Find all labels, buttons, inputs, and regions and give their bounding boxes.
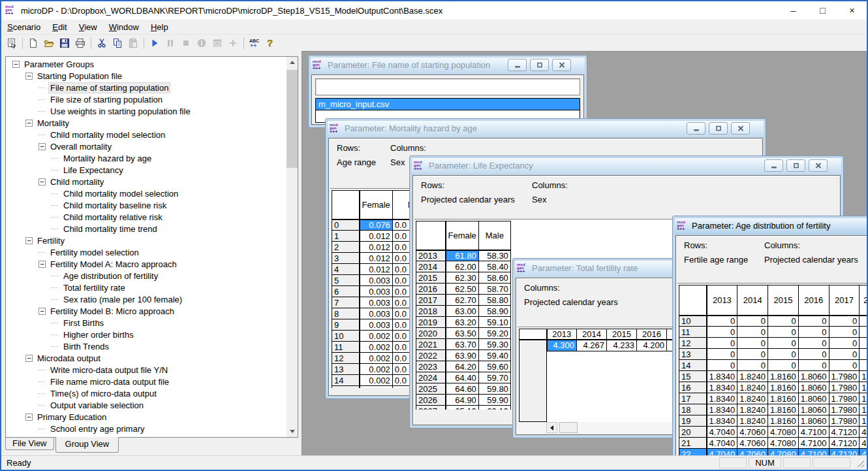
tree-item-label[interactable]: Write micro-data output file Y/N (48, 365, 170, 375)
tree-item-label[interactable]: File size of starting population (48, 95, 164, 105)
collapse-icon[interactable]: − (25, 73, 33, 80)
table-cell[interactable]: 1.8340 (707, 404, 737, 415)
table-cell[interactable]: 0.076 (360, 219, 393, 231)
row-header[interactable]: 2019 (416, 317, 446, 328)
row-header[interactable]: 10 (332, 331, 360, 342)
output-window-button[interactable] (209, 36, 225, 50)
row-header[interactable]: 2020 (416, 328, 446, 339)
tree-item[interactable]: Mortality hazard by age (6, 152, 287, 164)
collapse-icon[interactable]: − (39, 308, 46, 315)
file-name-edit[interactable] (315, 78, 580, 95)
table-cell[interactable]: 1.8060 (798, 382, 829, 393)
table-cell[interactable]: 59.30 (478, 339, 510, 350)
row-header[interactable]: 19 (679, 415, 707, 427)
tree-item-label[interactable]: Microdata output (35, 353, 102, 363)
print-button[interactable] (72, 36, 88, 50)
column-header[interactable]: 2016 (798, 285, 829, 316)
column-header[interactable]: 2014 (737, 285, 768, 316)
table-cell[interactable]: 1.8160 (768, 393, 799, 404)
table-cell[interactable]: 0 (768, 338, 799, 349)
tree-item-label[interactable]: Fertility Model B: Micro approach (48, 306, 176, 316)
tree-item-label[interactable]: Child mortality model selection (48, 130, 167, 140)
table-cell[interactable]: 62.00 (446, 261, 479, 272)
row-header[interactable]: 11 (679, 327, 707, 338)
tree-item[interactable]: Birth Trends (6, 340, 287, 352)
table-cell[interactable]: 0.002 (360, 364, 393, 375)
table-cell[interactable]: 1.8240 (737, 371, 768, 382)
collapse-icon[interactable]: − (25, 414, 33, 421)
table-cell[interactable]: 0 (798, 360, 829, 371)
row-header[interactable]: 13 (332, 364, 360, 375)
child-close-button[interactable] (552, 59, 571, 71)
table-cell[interactable]: 0 (707, 349, 737, 360)
tree-item[interactable]: −Fertility Model A: Macro approach (6, 258, 287, 270)
tree-item[interactable]: −Fertility (6, 235, 287, 246)
collapse-icon[interactable]: − (25, 237, 33, 244)
table-cell[interactable]: 0 (737, 338, 768, 349)
menu-help[interactable]: Help (145, 21, 174, 33)
table-cell[interactable]: 4.7040 (707, 427, 737, 438)
table-cell[interactable]: 0 (707, 360, 737, 371)
tree-item[interactable]: Child mortality model selection (6, 129, 287, 140)
pause-button[interactable] (163, 36, 178, 50)
tree-item[interactable]: File name of starting population (6, 82, 287, 93)
stop-button[interactable] (178, 36, 194, 50)
table-cell[interactable]: 0 (707, 316, 737, 327)
tree-item-label[interactable]: Parameter Groups (22, 59, 96, 69)
row-header[interactable]: 10 (679, 316, 707, 327)
row-header[interactable]: 2013 (416, 250, 446, 261)
tree-item[interactable]: Output variable selection (6, 399, 287, 411)
table-cell[interactable]: 0.012 (360, 264, 393, 275)
table-cell[interactable]: 1.8060 (798, 415, 829, 427)
table-cell[interactable]: 4.7060 (737, 449, 768, 456)
row-header[interactable]: 22 (679, 449, 707, 456)
table-cell[interactable]: 59.70 (478, 372, 510, 383)
table-cell[interactable]: 0.012 (360, 253, 393, 264)
row-header[interactable]: 2027 (416, 406, 446, 410)
tree-item-label[interactable]: Life Expectancy (61, 165, 125, 175)
table-cell[interactable]: 59.10 (478, 317, 510, 328)
table-cell[interactable]: 0.002 (360, 342, 393, 353)
table-cell[interactable]: 1.8340 (707, 371, 737, 382)
column-header[interactable]: 2013 (707, 285, 737, 316)
table-cell[interactable]: 64.40 (446, 372, 479, 383)
table-cell[interactable]: 4.7080 (768, 427, 799, 438)
table-cell[interactable]: 1.8160 (768, 371, 799, 382)
column-header[interactable]: 2015 (768, 285, 799, 316)
table-cell[interactable]: 59.60 (478, 361, 510, 372)
column-header[interactable]: 2016 (637, 329, 667, 340)
collapse-icon[interactable]: − (39, 178, 46, 186)
table-cell[interactable]: 1.8060 (798, 393, 829, 404)
table-cell[interactable]: 59.20 (478, 328, 510, 339)
tree-item-label[interactable]: Child mortality baseline risk (61, 201, 168, 210)
tree-item[interactable]: −Child mortality (6, 176, 287, 187)
row-header[interactable]: 20 (679, 427, 707, 438)
collapse-icon[interactable]: − (25, 355, 33, 362)
column-header[interactable]: 2013 (547, 329, 577, 340)
table-cell[interactable]: 1.8060 (798, 404, 829, 415)
row-header[interactable]: 18 (679, 404, 707, 415)
table-cell[interactable]: 4.7080 (768, 449, 799, 456)
menu-view[interactable]: View (73, 21, 103, 33)
table-cell[interactable]: 1.78 (860, 393, 867, 404)
child-titlebar[interactable]: modgen+++ Parameter: Life Expectancy (412, 158, 841, 174)
help-button[interactable]: ? (262, 36, 278, 50)
table-cell[interactable]: 1.8340 (707, 415, 737, 427)
window-age-distribution-fertility[interactable]: modgen+++ Parameter: Age distribution of… (672, 216, 867, 455)
row-header[interactable]: 2024 (416, 372, 446, 383)
column-header[interactable]: 2015 (607, 329, 637, 340)
table-cell[interactable] (860, 349, 867, 360)
copy-button[interactable] (110, 36, 125, 50)
table-cell[interactable]: 4.233 (607, 340, 637, 351)
tree-item[interactable]: −Primary Education (6, 411, 287, 423)
scrollbar-thumb[interactable] (559, 422, 578, 433)
tree-item-label[interactable]: Total fertility rate (61, 283, 127, 293)
row-header[interactable]: 2026 (416, 395, 446, 406)
table-cell[interactable]: 59.80 (478, 383, 510, 395)
table-cell[interactable]: 63.90 (446, 350, 479, 361)
table-cell[interactable]: 1.8340 (707, 382, 737, 393)
tree-item-label[interactable]: Sex ratio (male per 100 female) (61, 295, 184, 304)
table-cell[interactable]: 1.78 (860, 404, 867, 415)
table-cell[interactable]: 65.10 (446, 406, 479, 410)
tree-item[interactable]: Higher order births (6, 329, 287, 340)
